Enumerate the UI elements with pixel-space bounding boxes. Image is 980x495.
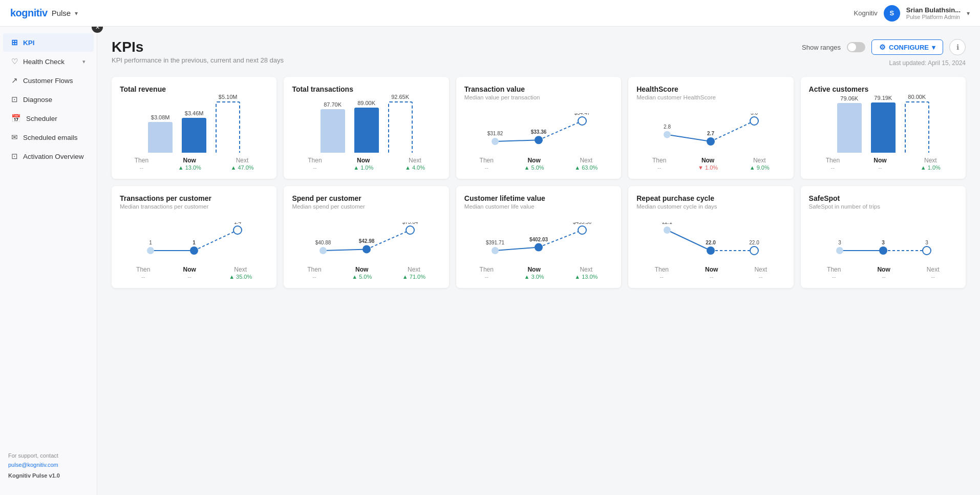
bar-next: $5.10M	[216, 94, 240, 153]
kpi-row-2: Transactions per customer Median transac…	[112, 186, 966, 288]
now-period: Now	[355, 266, 368, 273]
kpi-title: Total transactions	[292, 85, 440, 93]
now-change: ▼ 1.0%	[698, 164, 718, 171]
svg-line-32	[495, 248, 539, 251]
svg-line-8	[667, 135, 711, 141]
label-next: Next ▲ 63.0%	[574, 157, 598, 171]
sidebar-item-diagnose[interactable]: ⊡ Diagnose	[3, 90, 94, 109]
next-change: ▲ 9.0%	[750, 164, 770, 171]
chart-labels: Then -- Now -- Next --	[809, 266, 957, 280]
now-period: Now	[705, 266, 718, 273]
bar-now-value: $3.46M	[185, 110, 204, 116]
sidebar-item-kpi[interactable]: ⊞ KPI	[3, 33, 94, 52]
then-period: Then	[652, 157, 666, 164]
kpi-card-customer-lifetime-value: Customer lifetime value Median customer …	[456, 186, 621, 288]
line-chart: 3 3 3	[809, 215, 957, 266]
bar-now-value: 79.19K	[874, 95, 892, 101]
product-chevron-icon[interactable]: ▾	[75, 10, 78, 17]
configure-label: CONFIGURE	[889, 44, 929, 51]
support-text: For support, contact	[8, 452, 58, 459]
then-change: --	[657, 164, 661, 171]
label-then: Then --	[480, 266, 494, 280]
chart-labels: Then -- Now ▼ 1.0% Next ▲ 9.0%	[636, 157, 785, 171]
then-period: Then	[655, 266, 669, 273]
kpi-subtitle: SafeSpot in number of trips	[809, 203, 957, 210]
kpi-card-total-transactions: Total transactions 87.70K 89.00K 92.65K	[284, 77, 449, 179]
next-period: Next	[408, 266, 420, 273]
page-title: KPIs	[112, 39, 284, 55]
kpi-title: Repeat purchase cycle	[636, 194, 785, 202]
avatar: S	[884, 5, 900, 22]
sidebar-item-activation-overview[interactable]: ⊡ Activation Overview	[3, 147, 94, 166]
chart-labels: Then -- Now ▲ 13.0% Next ▲ 47.0%	[120, 157, 268, 171]
label-then: Then --	[136, 266, 150, 280]
page-title-group: KPIs KPI performance in the previous, cu…	[112, 39, 284, 64]
sidebar-icon-customer-flows: ↗	[11, 76, 18, 85]
kpi-title: Customer lifetime value	[464, 194, 613, 202]
bar-next-rect	[905, 101, 929, 153]
bar-then: 79.06K	[837, 95, 862, 153]
kpi-card-total-revenue: Total revenue $3.08M $3.46M $5.10M	[112, 77, 276, 179]
label-next: Next ▲ 35.0%	[229, 266, 252, 280]
org-link[interactable]: Kognitiv	[854, 9, 878, 17]
svg-line-24	[323, 249, 367, 251]
then-change: --	[140, 164, 143, 171]
svg-text:22.0: 22.0	[706, 240, 716, 245]
then-period: Then	[480, 157, 494, 164]
sidebar-footer: For support, contact pulse@kognitiv.com …	[0, 443, 97, 489]
bar-then-value: 79.06K	[840, 95, 858, 101]
sidebar-label-diagnose: Diagnose	[23, 96, 86, 104]
svg-point-27	[363, 245, 371, 253]
chart-labels: Then -- Now ▲ 1.0% Next ▲ 4.0%	[292, 157, 440, 171]
kpi-title: SafeSpot	[809, 194, 957, 202]
sidebar-label-scheduled-emails: Scheduled emails	[23, 134, 86, 141]
svg-text:22.1: 22.1	[663, 222, 673, 225]
sidebar-item-scheduler[interactable]: 📅 Scheduler	[3, 109, 94, 128]
bar-next: 80.00K	[905, 94, 929, 153]
svg-point-19	[190, 246, 198, 255]
sidebar-item-health-check[interactable]: ♡ Health Check ▾	[3, 52, 94, 71]
svg-text:1.4: 1.4	[234, 222, 241, 225]
bar-now-rect	[182, 118, 206, 153]
show-ranges-toggle[interactable]	[847, 42, 865, 52]
svg-point-43	[707, 246, 715, 255]
now-period: Now	[357, 157, 370, 164]
svg-text:3.0: 3.0	[751, 113, 758, 116]
top-navigation: kognitiv Pulse ▾ Kognitiv S Srian Bulath…	[0, 0, 980, 27]
next-period: Next	[927, 266, 940, 273]
svg-point-52	[923, 246, 931, 255]
sidebar-icon-health-check: ♡	[11, 57, 18, 66]
svg-text:2.7: 2.7	[707, 131, 714, 136]
then-period: Then	[136, 266, 150, 273]
configure-button[interactable]: ⚙ CONFIGURE ▾	[871, 39, 943, 55]
bar-next-rect	[388, 101, 413, 153]
label-next: Next ▲ 47.0%	[230, 157, 253, 171]
sidebar-item-customer-flows[interactable]: ↗ Customer Flows	[3, 71, 94, 90]
next-change: ▲ 13.0%	[574, 274, 598, 280]
bar-then: $3.08M	[148, 114, 173, 153]
sidebar-icon-scheduler: 📅	[11, 114, 21, 123]
svg-text:$73.64: $73.64	[402, 222, 418, 225]
label-then: Then --	[827, 266, 841, 280]
bar-now: 89.00K	[354, 100, 379, 153]
bar-chart: $3.08M $3.46M $5.10M	[120, 101, 268, 153]
next-change: ▲ 35.0%	[229, 274, 252, 280]
sidebar-item-scheduled-emails[interactable]: ✉ Scheduled emails	[3, 128, 94, 147]
label-then: Then --	[135, 157, 148, 171]
svg-point-10	[664, 131, 671, 138]
info-button[interactable]: ℹ	[949, 39, 966, 55]
kpi-title: Spend per customer	[292, 194, 440, 202]
bar-next-value: 80.00K	[908, 94, 926, 100]
label-then: Then --	[652, 157, 666, 171]
user-menu-chevron-icon[interactable]: ▾	[967, 10, 970, 17]
label-then: Then --	[655, 266, 669, 280]
kpi-card-spend-per-customer: Spend per customer Median spend per cust…	[284, 186, 449, 288]
now-period: Now	[183, 157, 196, 164]
bar-now: $3.46M	[182, 110, 206, 153]
support-email[interactable]: pulse@kognitiv.com	[8, 462, 58, 468]
svg-point-11	[707, 137, 715, 146]
then-change: --	[141, 274, 145, 280]
svg-text:$402.03: $402.03	[529, 237, 548, 242]
label-next: Next ▲ 9.0%	[750, 157, 770, 171]
now-period: Now	[877, 266, 890, 273]
